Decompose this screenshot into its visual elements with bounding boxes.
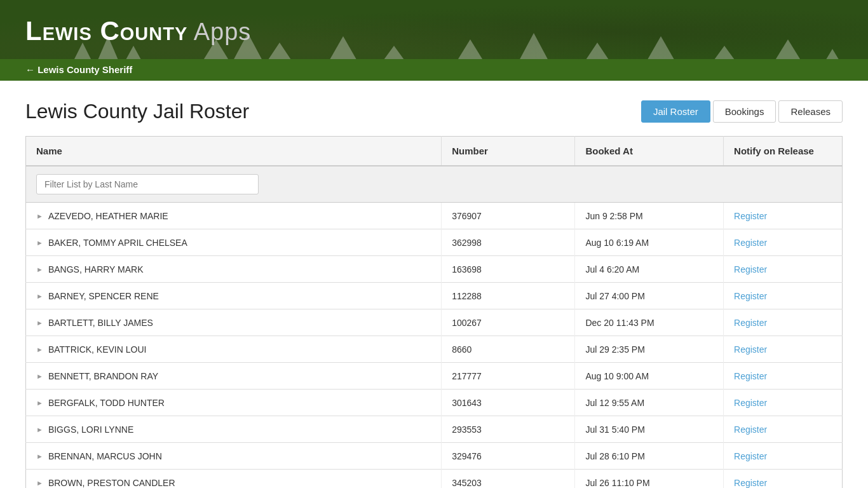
table-row: ► BATTRICK, KEVIN LOUI 8660 Jul 29 2:35 … [26, 336, 843, 363]
cell-number: 293553 [442, 416, 575, 443]
cell-booked: Aug 10 9:00 AM [575, 363, 724, 390]
table-row: ► BARNEY, SPENCER RENE 112288 Jul 27 4:0… [26, 283, 843, 309]
cell-number: 100267 [442, 309, 575, 336]
inmate-name: BATTRICK, KEVIN LOUI [48, 344, 147, 355]
register-link[interactable]: Register [734, 344, 767, 355]
inmate-name: BARNEY, SPENCER RENE [48, 291, 159, 301]
cell-name: ► BRENNAN, MARCUS JOHN [26, 443, 442, 470]
row-chevron-icon: ► [36, 426, 43, 433]
cell-booked: Jun 9 2:58 PM [575, 203, 724, 229]
table-row: ► BIGGS, LORI LYNNE 293553 Jul 31 5:40 P… [26, 416, 843, 443]
cell-notify: Register [724, 443, 843, 470]
logo-apps: Apps [187, 18, 251, 45]
filter-row [26, 166, 843, 203]
cell-notify: Register [724, 470, 843, 489]
site-header: Lewis County Apps ← Lewis County Sheriff [0, 0, 868, 81]
cell-number: 163698 [442, 256, 575, 283]
cell-booked: Jul 12 9:55 AM [575, 390, 724, 416]
row-chevron-icon: ► [36, 319, 43, 327]
cell-number: 112288 [442, 283, 575, 309]
table-row: ► BRENNAN, MARCUS JOHN 329476 Jul 28 6:1… [26, 443, 843, 470]
row-chevron-icon: ► [36, 292, 43, 300]
register-link[interactable]: Register [734, 264, 767, 274]
page-title: Lewis County Jail Roster [25, 100, 249, 123]
inmate-name: BANGS, HARRY MARK [48, 264, 144, 274]
table-row: ► BROWN, PRESTON CANDLER 345203 Jul 26 1… [26, 470, 843, 489]
register-link[interactable]: Register [734, 371, 767, 381]
table-row: ► BERGFALK, TODD HUNTER 301643 Jul 12 9:… [26, 390, 843, 416]
cell-name: ► BAKER, TOMMY APRIL CHELSEA [26, 229, 442, 256]
register-link[interactable]: Register [734, 211, 767, 221]
cell-booked: Jul 27 4:00 PM [575, 283, 724, 309]
cell-name: ► BIGGS, LORI LYNNE [26, 416, 442, 443]
cell-notify: Register [724, 390, 843, 416]
cell-number: 362998 [442, 229, 575, 256]
header-logo-area: Lewis County Apps [0, 0, 868, 59]
table-row: ► BANGS, HARRY MARK 163698 Jul 4 6:20 AM… [26, 256, 843, 283]
cell-notify: Register [724, 283, 843, 309]
cell-number: 376907 [442, 203, 575, 229]
row-chevron-icon: ► [36, 479, 43, 487]
cell-number: 329476 [442, 443, 575, 470]
table-row: ► BAKER, TOMMY APRIL CHELSEA 362998 Aug … [26, 229, 843, 256]
table-row: ► BARTLETT, BILLY JAMES 100267 Dec 20 11… [26, 309, 843, 336]
cell-name: ► BROWN, PRESTON CANDLER [26, 470, 442, 489]
tab-releases[interactable]: Releases [778, 100, 843, 123]
table-row: ► BENNETT, BRANDON RAY 217777 Aug 10 9:0… [26, 363, 843, 390]
row-chevron-icon: ► [36, 399, 43, 407]
register-link[interactable]: Register [734, 451, 767, 461]
page-header: Lewis County Jail Roster Jail Roster Boo… [25, 100, 843, 123]
cell-notify: Register [724, 309, 843, 336]
cell-name: ► BARTLETT, BILLY JAMES [26, 309, 442, 336]
cell-name: ► BERGFALK, TODD HUNTER [26, 390, 442, 416]
back-to-sheriff-link[interactable]: ← Lewis County Sheriff [25, 64, 132, 75]
register-link[interactable]: Register [734, 238, 767, 248]
tab-jail-roster[interactable]: Jail Roster [641, 100, 710, 123]
inmate-name: BERGFALK, TODD HUNTER [48, 398, 165, 408]
site-logo: Lewis County Apps [25, 16, 251, 46]
row-chevron-icon: ► [36, 372, 43, 380]
cell-number: 8660 [442, 336, 575, 363]
cell-name: ► AZEVEDO, HEATHER MARIE [26, 203, 442, 229]
cell-booked: Jul 26 11:10 PM [575, 470, 724, 489]
cell-name: ► BARNEY, SPENCER RENE [26, 283, 442, 309]
table-row: ► AZEVEDO, HEATHER MARIE 376907 Jun 9 2:… [26, 203, 843, 229]
cell-booked: Dec 20 11:43 PM [575, 309, 724, 336]
cell-booked: Jul 29 2:35 PM [575, 336, 724, 363]
inmate-name: BARTLETT, BILLY JAMES [48, 318, 153, 328]
register-link[interactable]: Register [734, 291, 767, 301]
filter-input[interactable] [36, 174, 259, 194]
register-link[interactable]: Register [734, 398, 767, 408]
inmate-name: BROWN, PRESTON CANDLER [48, 478, 175, 488]
inmate-name: AZEVEDO, HEATHER MARIE [48, 211, 168, 221]
cell-name: ► BATTRICK, KEVIN LOUI [26, 336, 442, 363]
cell-booked: Jul 28 6:10 PM [575, 443, 724, 470]
cell-number: 217777 [442, 363, 575, 390]
register-link[interactable]: Register [734, 318, 767, 328]
col-header-name: Name [26, 137, 442, 166]
row-chevron-icon: ► [36, 452, 43, 460]
tab-group: Jail Roster Bookings Releases [641, 100, 843, 123]
col-header-number: Number [442, 137, 575, 166]
row-chevron-icon: ► [36, 346, 43, 353]
row-chevron-icon: ► [36, 212, 43, 220]
cell-booked: Jul 4 6:20 AM [575, 256, 724, 283]
inmate-name: BAKER, TOMMY APRIL CHELSEA [48, 238, 187, 248]
cell-number: 345203 [442, 470, 575, 489]
tab-bookings[interactable]: Bookings [713, 100, 776, 123]
register-link[interactable]: Register [734, 478, 767, 488]
col-header-notify: Notify on Release [724, 137, 843, 166]
col-header-booked: Booked At [575, 137, 724, 166]
logo-lewis-county: Lewis County [25, 16, 187, 46]
row-chevron-icon: ► [36, 239, 43, 247]
cell-number: 301643 [442, 390, 575, 416]
cell-name: ► BENNETT, BRANDON RAY [26, 363, 442, 390]
row-chevron-icon: ► [36, 266, 43, 273]
inmate-name: BIGGS, LORI LYNNE [48, 424, 133, 435]
cell-notify: Register [724, 416, 843, 443]
inmate-name: BRENNAN, MARCUS JOHN [48, 451, 162, 461]
nav-bar: ← Lewis County Sheriff [0, 59, 868, 81]
register-link[interactable]: Register [734, 424, 767, 435]
cell-notify: Register [724, 229, 843, 256]
table-header-row: Name Number Booked At Notify on Release [26, 137, 843, 166]
